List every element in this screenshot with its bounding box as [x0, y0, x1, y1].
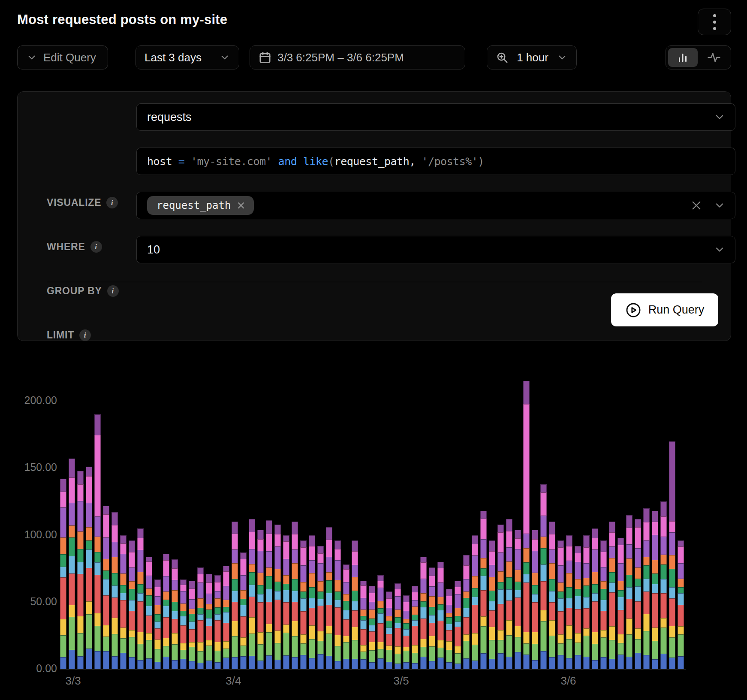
- bar-segment: [617, 545, 624, 563]
- bar-segment: [154, 662, 161, 669]
- bar-segment: [137, 601, 144, 631]
- bar-segment: [395, 589, 401, 596]
- bar-segment: [360, 659, 367, 669]
- chart-bar: [154, 579, 161, 669]
- bar-segment: [635, 548, 641, 568]
- group-by-field[interactable]: request_path: [136, 192, 735, 219]
- bar-segment: [103, 559, 109, 571]
- bar-segment: [429, 615, 435, 623]
- bar-segment: [669, 555, 675, 569]
- bar-segment: [154, 649, 161, 662]
- bar-segment: [60, 492, 66, 507]
- bar-segment: [283, 633, 289, 655]
- bar-segment: [566, 598, 572, 608]
- bar-chart-toggle[interactable]: [668, 48, 698, 67]
- visualize-select[interactable]: requests: [136, 103, 735, 131]
- bar-segment: [172, 590, 178, 602]
- bar-segment: [506, 577, 512, 589]
- bar-segment: [214, 620, 221, 642]
- bar-segment: [317, 546, 324, 554]
- bar-segment: [540, 548, 547, 565]
- bar-segment: [575, 553, 581, 562]
- bar-segment: [429, 586, 435, 596]
- bar-segment: [343, 594, 349, 600]
- bar-segment: [257, 594, 264, 602]
- bar-segment: [189, 614, 195, 622]
- bar-segment: [377, 613, 384, 623]
- bar-segment: [678, 626, 684, 634]
- bar-segment: [403, 662, 410, 669]
- chart-bar: [60, 479, 66, 669]
- bar-segment: [472, 555, 478, 576]
- bar-segment: [292, 534, 298, 550]
- bar-segment: [626, 544, 633, 559]
- edit-query-button[interactable]: Edit Query: [17, 45, 108, 69]
- more-options-button[interactable]: [698, 9, 731, 35]
- visualize-value: requests: [147, 111, 192, 124]
- bar-segment: [583, 563, 590, 578]
- bar-segment: [206, 626, 212, 640]
- bar-segment: [652, 535, 658, 560]
- info-icon[interactable]: i: [90, 241, 102, 253]
- granularity-select[interactable]: 1 hour: [487, 45, 577, 69]
- limit-select[interactable]: 10: [136, 236, 735, 263]
- chart-bar: [257, 530, 264, 669]
- bar-segment: [137, 538, 144, 550]
- remove-chip-icon[interactable]: [236, 200, 246, 211]
- chevron-down-icon[interactable]: [714, 199, 726, 211]
- bar-segment: [472, 535, 478, 544]
- line-chart-toggle[interactable]: [699, 48, 729, 67]
- bar-segment: [446, 613, 452, 617]
- bar-segment: [532, 594, 538, 602]
- bar-segment: [240, 575, 247, 591]
- where-input[interactable]: host = 'my-site.com' and like(request_pa…: [136, 148, 735, 175]
- bar-segment: [592, 549, 598, 571]
- bar-segment: [103, 537, 109, 559]
- bar-segment: [154, 605, 161, 615]
- bar-segment: [377, 642, 384, 649]
- info-icon[interactable]: i: [106, 197, 118, 208]
- bar-segment: [420, 639, 427, 646]
- chart-bar: [669, 441, 675, 669]
- bar-segment: [343, 642, 349, 659]
- time-range-select[interactable]: Last 3 days: [136, 45, 239, 69]
- bar-segment: [137, 593, 144, 601]
- bar-segment: [463, 555, 470, 565]
- bar-segment: [455, 627, 461, 646]
- bar-segment: [557, 634, 564, 643]
- bar-segment: [643, 508, 650, 522]
- query-dashboard: Most requested posts on my-site Edit Que…: [0, 0, 747, 700]
- bar-segment: [189, 629, 195, 642]
- bar-segment: [549, 563, 555, 579]
- bar-segment: [566, 608, 572, 625]
- bar-segment: [309, 598, 315, 608]
- bar-segment: [274, 600, 281, 631]
- bar-segment: [489, 627, 495, 640]
- date-range-button[interactable]: 3/3 6:25PM – 3/6 6:25PM: [250, 45, 465, 69]
- bar-segment: [472, 645, 478, 660]
- bar-segment: [609, 558, 615, 572]
- chart-bar: [197, 567, 204, 670]
- bar-segment: [292, 591, 298, 602]
- bar-segment: [626, 515, 633, 528]
- run-query-button[interactable]: Run Query: [611, 293, 718, 326]
- chart-bar: [566, 535, 572, 670]
- bar-segment: [369, 662, 375, 669]
- bar-segment: [412, 645, 418, 653]
- bar-segment: [455, 608, 461, 616]
- chart-bar: [532, 530, 538, 669]
- info-icon[interactable]: i: [79, 329, 91, 341]
- clear-icon[interactable]: [690, 199, 702, 211]
- bar-segment: [652, 522, 658, 535]
- bar-segment: [309, 639, 315, 658]
- bar-segment: [557, 582, 564, 592]
- info-icon[interactable]: i: [107, 285, 119, 297]
- bar-segment: [575, 579, 581, 589]
- bar-segment: [266, 624, 272, 632]
- chart-bar: [266, 520, 272, 669]
- bar-segment: [369, 625, 375, 631]
- bar-segment: [326, 593, 332, 605]
- bar-segment: [266, 520, 272, 534]
- bar-segment: [86, 614, 92, 649]
- bar-segment: [463, 658, 470, 669]
